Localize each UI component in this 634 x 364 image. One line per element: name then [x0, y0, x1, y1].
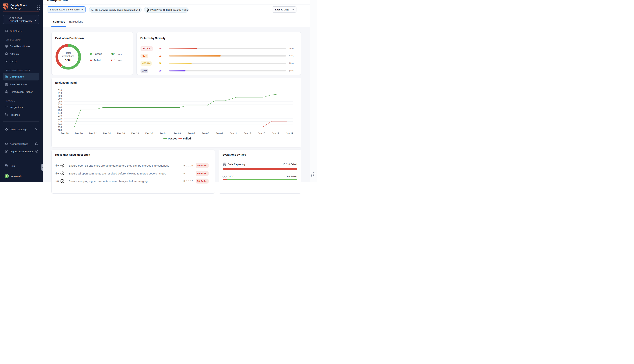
svg-text:210: 210: [58, 120, 62, 123]
svg-text:280: 280: [58, 100, 62, 103]
svg-text:230: 230: [58, 114, 62, 117]
svg-text:220: 220: [58, 118, 62, 120]
svg-text:300: 300: [58, 95, 62, 97]
svg-text:Jan 15: Jan 15: [258, 132, 265, 135]
svg-text:Jan 01: Jan 01: [160, 132, 167, 135]
svg-text:Jan 11: Jan 11: [230, 132, 237, 135]
svg-text:Failed: Failed: [183, 137, 191, 140]
svg-text:200: 200: [58, 123, 62, 126]
svg-text:260: 260: [58, 106, 62, 109]
svg-text:180: 180: [58, 129, 62, 132]
svg-text:250: 250: [58, 109, 62, 112]
svg-text:Jan 05: Jan 05: [188, 132, 195, 135]
svg-text:Jan 19: Jan 19: [286, 132, 293, 135]
svg-text:Jan 13: Jan 13: [244, 132, 251, 135]
svg-text:Jan 17: Jan 17: [272, 132, 279, 135]
svg-text:Dec 20: Dec 20: [75, 132, 83, 135]
svg-text:Dec 24: Dec 24: [103, 132, 111, 135]
svg-text:Passed: Passed: [168, 137, 178, 140]
svg-text:270: 270: [58, 103, 62, 106]
svg-text:Jan 09: Jan 09: [216, 132, 223, 135]
svg-text:290: 290: [58, 98, 62, 100]
svg-text:?: ?: [6, 164, 7, 166]
svg-text:Jan 07: Jan 07: [202, 132, 209, 135]
svg-text:Dec 30: Dec 30: [145, 132, 153, 135]
svg-text:Dec 26: Dec 26: [117, 132, 125, 135]
svg-text:Dec 22: Dec 22: [89, 132, 97, 135]
svg-text:190: 190: [58, 126, 62, 128]
svg-text:Dec 18: Dec 18: [61, 132, 69, 135]
svg-text:Dec 28: Dec 28: [131, 132, 139, 135]
svg-text:310: 310: [58, 92, 62, 94]
svg-text:240: 240: [58, 112, 62, 114]
svg-text:Jan 03: Jan 03: [174, 132, 181, 135]
svg-text:320: 320: [58, 89, 62, 92]
